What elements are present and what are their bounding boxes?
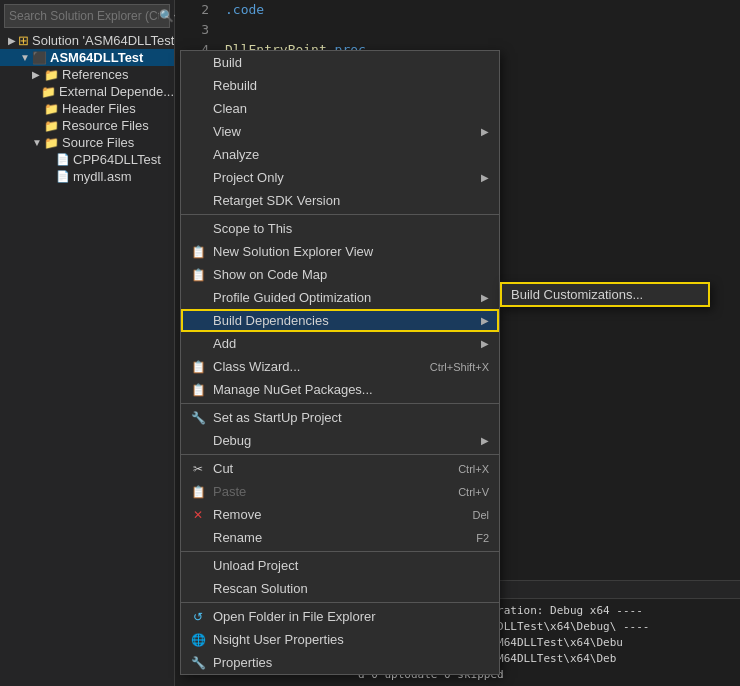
- menu-rescan-solution[interactable]: Rescan Solution: [181, 577, 499, 600]
- profile-arrow: ▶: [481, 292, 489, 303]
- separator4: [181, 551, 499, 552]
- extdep-icon: 📁: [41, 85, 56, 99]
- expand-arrow: ▶: [8, 35, 16, 46]
- build-customizations-label: Build Customizations...: [511, 287, 643, 302]
- menu-nsight[interactable]: 🌐 Nsight User Properties: [181, 628, 499, 651]
- header-files-node[interactable]: 📁 Header Files: [0, 100, 174, 117]
- project-label: ASM64DLLTest: [50, 50, 143, 65]
- properties-icon: 🔧: [189, 656, 207, 670]
- asm-icon: 📄: [56, 170, 70, 183]
- ref-arrow: ▶: [32, 69, 42, 80]
- paste-icon: 📋: [189, 485, 207, 499]
- menu-add[interactable]: Add ▶: [181, 332, 499, 355]
- menu-open-folder[interactable]: ↺ Open Folder in File Explorer: [181, 605, 499, 628]
- menu-unload-project[interactable]: Unload Project: [181, 554, 499, 577]
- resource-files-label: Resource Files: [62, 118, 149, 133]
- header-files-label: Header Files: [62, 101, 136, 116]
- solution-node[interactable]: ▶ ⊞ Solution 'ASM64DLLTest' (1 project): [0, 32, 174, 49]
- project-expand-arrow: ▼: [20, 52, 30, 63]
- menu-new-solution-view[interactable]: 📋 New Solution Explorer View: [181, 240, 499, 263]
- remove-icon: ✕: [189, 508, 207, 522]
- nuget-icon: 📋: [189, 383, 207, 397]
- cpp-label: CPP64DLLTest: [73, 152, 161, 167]
- search-icon: 🔍: [159, 9, 174, 23]
- startup-icon: 🔧: [189, 411, 207, 425]
- nsight-icon: 🌐: [189, 633, 207, 647]
- ext-deps-label: External Depende...: [59, 84, 174, 99]
- menu-debug[interactable]: Debug ▶: [181, 429, 499, 452]
- menu-startup[interactable]: 🔧 Set as StartUp Project: [181, 406, 499, 429]
- resource-icon: 📁: [44, 119, 59, 133]
- search-input[interactable]: [9, 9, 159, 23]
- menu-build[interactable]: Build: [181, 51, 499, 74]
- resource-files-node[interactable]: 📁 Resource Files: [0, 117, 174, 134]
- menu-project-only[interactable]: Project Only ▶: [181, 166, 499, 189]
- class-wizard-icon: 📋: [189, 360, 207, 374]
- project-node[interactable]: ▼ ⬛ ASM64DLLTest: [0, 49, 174, 66]
- menu-clean[interactable]: Clean: [181, 97, 499, 120]
- references-node[interactable]: ▶ 📁 References: [0, 66, 174, 83]
- menu-analyze[interactable]: Analyze: [181, 143, 499, 166]
- separator2: [181, 403, 499, 404]
- open-folder-icon: ↺: [189, 610, 207, 624]
- menu-properties[interactable]: 🔧 Properties: [181, 651, 499, 674]
- code-map-icon: 📋: [189, 268, 207, 282]
- cpp-file-node[interactable]: 📄 CPP64DLLTest: [0, 151, 174, 168]
- separator5: [181, 602, 499, 603]
- add-arrow: ▶: [481, 338, 489, 349]
- project-icon: ⬛: [32, 51, 47, 65]
- ext-deps-node[interactable]: 📁 External Depende...: [0, 83, 174, 100]
- source-arrow: ▼: [32, 137, 42, 148]
- menu-paste[interactable]: 📋 Paste Ctrl+V: [181, 480, 499, 503]
- submenu-build-deps: Build Customizations...: [500, 282, 710, 307]
- references-icon: 📁: [44, 68, 59, 82]
- menu-rebuild[interactable]: Rebuild: [181, 74, 499, 97]
- debug-arrow: ▶: [481, 435, 489, 446]
- menu-cut[interactable]: ✂ Cut Ctrl+X: [181, 457, 499, 480]
- separator1: [181, 214, 499, 215]
- menu-build-deps[interactable]: Build Dependencies ▶: [181, 309, 499, 332]
- asm-file-node[interactable]: 📄 mydll.asm: [0, 168, 174, 185]
- menu-retarget-sdk[interactable]: Retarget SDK Version: [181, 189, 499, 212]
- project-only-arrow: ▶: [481, 172, 489, 183]
- menu-view[interactable]: View ▶: [181, 120, 499, 143]
- asm-label: mydll.asm: [73, 169, 132, 184]
- menu-nuget[interactable]: 📋 Manage NuGet Packages...: [181, 378, 499, 401]
- solution-icon: ⊞: [18, 33, 29, 48]
- context-menu: Build Rebuild Clean View ▶ Analyze Proje…: [180, 50, 500, 675]
- separator3: [181, 454, 499, 455]
- menu-rename[interactable]: Rename F2: [181, 526, 499, 549]
- solution-label: Solution 'ASM64DLLTest' (1 project): [32, 33, 174, 48]
- menu-show-code-map[interactable]: 📋 Show on Code Map: [181, 263, 499, 286]
- cpp-icon: 📄: [56, 153, 70, 166]
- view-arrow: ▶: [481, 126, 489, 137]
- cut-icon: ✂: [189, 462, 207, 476]
- menu-class-wizard[interactable]: 📋 Class Wizard... Ctrl+Shift+X: [181, 355, 499, 378]
- menu-remove[interactable]: ✕ Remove Del: [181, 503, 499, 526]
- search-bar[interactable]: 🔍 ▾: [4, 4, 170, 28]
- submenu-build-customizations[interactable]: Build Customizations...: [501, 283, 709, 306]
- new-solution-icon: 📋: [189, 245, 207, 259]
- solution-explorer: 🔍 ▾ ▶ ⊞ Solution 'ASM64DLLTest' (1 proje…: [0, 0, 175, 686]
- source-files-node[interactable]: ▼ 📁 Source Files: [0, 134, 174, 151]
- header-icon: 📁: [44, 102, 59, 116]
- menu-profile-guided[interactable]: Profile Guided Optimization ▶: [181, 286, 499, 309]
- build-deps-arrow: ▶: [481, 315, 489, 326]
- source-files-label: Source Files: [62, 135, 134, 150]
- menu-scope-to-this[interactable]: Scope to This: [181, 217, 499, 240]
- references-label: References: [62, 67, 128, 82]
- source-icon: 📁: [44, 136, 59, 150]
